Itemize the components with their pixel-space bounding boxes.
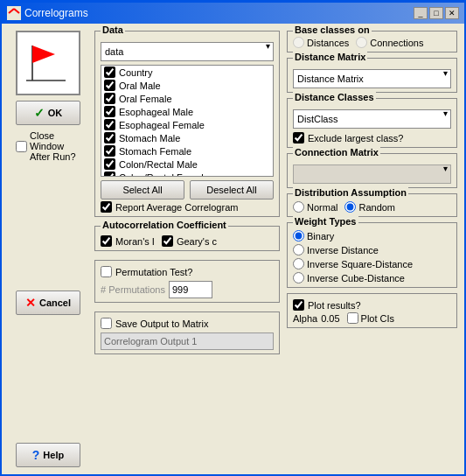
- inverse-square-radio[interactable]: [293, 258, 304, 270]
- middle-panel: Data data Country Oral Male: [94, 31, 280, 467]
- inverse-cube-radio[interactable]: [293, 272, 304, 284]
- close-window-checkbox[interactable]: [16, 141, 27, 152]
- base-classes-radio-row: Distances Connections: [293, 37, 451, 48]
- distances-radio-label[interactable]: Distances: [293, 37, 349, 48]
- inverse-cube-label: Inverse Cube-Distance: [307, 273, 405, 284]
- cancel-label: Cancel: [39, 298, 71, 308]
- plot-ci-checkbox[interactable]: [347, 312, 358, 324]
- save-output-label: Save Output to Matrix: [115, 318, 208, 329]
- colon-rectal-male-checkbox[interactable]: [104, 158, 115, 170]
- maximize-button[interactable]: □: [429, 7, 443, 19]
- esophageal-male-checkbox[interactable]: [104, 106, 115, 117]
- dist-assumption-radio-row: Normal Random: [293, 201, 451, 213]
- normal-label: Normal: [307, 202, 337, 213]
- weight-types-label: Weight Types: [293, 216, 358, 227]
- deselect-all-button[interactable]: Deselect All: [190, 180, 274, 200]
- num-permutations-input[interactable]: [169, 281, 212, 298]
- random-radio-label[interactable]: Random: [344, 201, 395, 213]
- conn-matrix-dropdown[interactable]: [293, 164, 451, 184]
- close-window-text: Close Window After Run?: [30, 130, 80, 162]
- exclude-largest-text: Exclude largest class?: [308, 133, 403, 144]
- plot-ci-text: Plot CIs: [361, 313, 395, 324]
- oral-female-checkbox[interactable]: [104, 93, 115, 104]
- save-output-checkbox[interactable]: [101, 318, 112, 329]
- cancel-x-icon: ✕: [25, 296, 36, 310]
- report-avg-checkbox[interactable]: [101, 201, 112, 213]
- title-bar: Correlograms _ □ ✕: [2, 3, 464, 24]
- app-icon: [7, 6, 21, 20]
- dist-classes-group-label: Distance Classes: [293, 92, 376, 102]
- colon-rectal-female-checkbox[interactable]: [104, 172, 115, 177]
- list-item: Oral Male: [101, 79, 273, 92]
- permutation-checkbox[interactable]: [101, 266, 112, 277]
- minimize-button[interactable]: _: [414, 7, 428, 19]
- base-classes-group: Base classes on Distances Connections: [287, 31, 457, 52]
- data-dropdown[interactable]: data: [101, 42, 274, 61]
- permutation-label: Permutation Test?: [115, 267, 192, 277]
- report-avg-row: Report Average Correlogram: [101, 201, 274, 213]
- plot-results-checkbox[interactable]: [293, 299, 304, 311]
- right-panel: Base classes on Distances Connections Di…: [287, 31, 457, 467]
- connection-matrix-group: Connection Matrix: [287, 153, 457, 188]
- list-item: Oral Female: [101, 92, 273, 105]
- normal-radio-label[interactable]: Normal: [293, 201, 337, 213]
- normal-radio[interactable]: [293, 201, 304, 213]
- distances-radio[interactable]: [293, 37, 304, 48]
- random-radio[interactable]: [344, 201, 356, 213]
- help-button[interactable]: ? Help: [16, 443, 80, 467]
- save-output-checkbox-label[interactable]: Save Output to Matrix: [101, 318, 274, 329]
- autocorr-group-label: Autocorrelation Coefficient: [101, 220, 228, 230]
- left-panel: ✓ OK Close Window After Run? ✕ Cancel ? …: [9, 31, 87, 467]
- stomach-male-checkbox[interactable]: [104, 132, 115, 144]
- inverse-cube-radio-label[interactable]: Inverse Cube-Distance: [293, 272, 451, 284]
- logo-box: [16, 31, 80, 95]
- connections-radio[interactable]: [356, 37, 367, 48]
- inverse-distance-radio-label[interactable]: Inverse Distance: [293, 244, 451, 256]
- base-classes-label: Base classes on: [293, 24, 372, 35]
- gearys-c-checkbox[interactable]: [162, 235, 173, 247]
- select-all-button[interactable]: Select All: [101, 180, 184, 200]
- binary-radio[interactable]: [293, 230, 304, 242]
- list-item: Country: [101, 66, 273, 79]
- window-title: Correlograms: [24, 7, 88, 19]
- country-checkbox[interactable]: [104, 66, 115, 78]
- plot-results-checkbox-label[interactable]: Plot results?: [293, 299, 451, 311]
- inverse-distance-label: Inverse Distance: [307, 245, 379, 256]
- close-button[interactable]: ✕: [445, 7, 459, 19]
- binary-radio-label[interactable]: Binary: [293, 230, 451, 242]
- plot-ci-label[interactable]: Plot CIs: [347, 312, 395, 324]
- ok-button[interactable]: ✓ OK: [16, 101, 80, 125]
- dist-classes-dropdown[interactable]: DistClass: [293, 109, 451, 129]
- morans-i-checkbox[interactable]: [101, 235, 112, 247]
- dist-matrix-dropdown[interactable]: Distance Matrix: [293, 69, 451, 88]
- esophageal-female-checkbox[interactable]: [104, 119, 115, 130]
- num-permutations-label: # Permutations: [101, 284, 165, 295]
- alpha-label: Alpha: [293, 313, 317, 324]
- cancel-button[interactable]: ✕ Cancel: [16, 290, 80, 315]
- inverse-square-radio-label[interactable]: Inverse Square-Distance: [293, 258, 451, 270]
- alpha-value: 0.05: [321, 313, 339, 324]
- exclude-largest-label[interactable]: Exclude largest class?: [293, 132, 451, 144]
- stomach-female-checkbox[interactable]: [104, 145, 115, 157]
- oral-male-checkbox[interactable]: [104, 80, 115, 91]
- inverse-distance-radio[interactable]: [293, 244, 304, 256]
- connections-radio-label[interactable]: Connections: [356, 37, 423, 48]
- main-window: Correlograms _ □ ✕ ✓: [0, 0, 466, 476]
- data-list-box[interactable]: Country Oral Male Oral Female Esophageal…: [101, 65, 274, 177]
- exclude-largest-checkbox[interactable]: [293, 132, 304, 144]
- close-window-checkbox-label[interactable]: Close Window After Run?: [16, 130, 80, 162]
- distances-label: Distances: [307, 38, 349, 48]
- permutation-checkbox-label[interactable]: Permutation Test?: [101, 266, 274, 277]
- morans-i-label[interactable]: Moran's I: [101, 235, 155, 247]
- content-area: ✓ OK Close Window After Run? ✕ Cancel ? …: [2, 24, 464, 474]
- gearys-c-label[interactable]: Geary's c: [162, 235, 217, 247]
- report-avg-label: Report Average Correlogram: [115, 202, 238, 213]
- dist-assumption-label: Distribution Assumption: [293, 187, 408, 198]
- list-item: Stomach Male: [101, 131, 273, 144]
- binary-label: Binary: [307, 231, 334, 242]
- dist-assumption-group: Distribution Assumption Normal Random: [287, 193, 457, 217]
- save-output-input[interactable]: [101, 332, 274, 350]
- ok-check-icon: ✓: [34, 106, 45, 120]
- random-label: Random: [358, 202, 395, 213]
- help-label: Help: [43, 450, 64, 460]
